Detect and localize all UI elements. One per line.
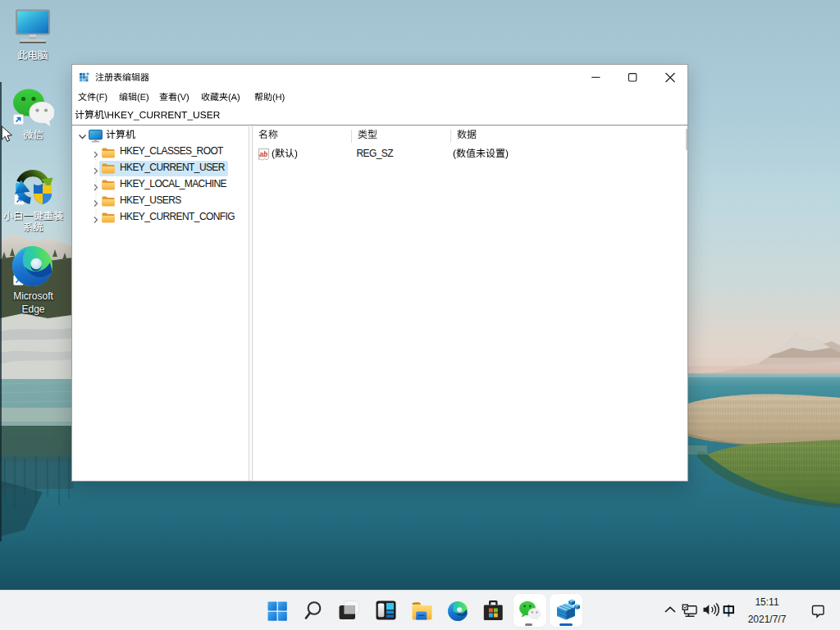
svg-text:ab: ab — [259, 150, 267, 158]
